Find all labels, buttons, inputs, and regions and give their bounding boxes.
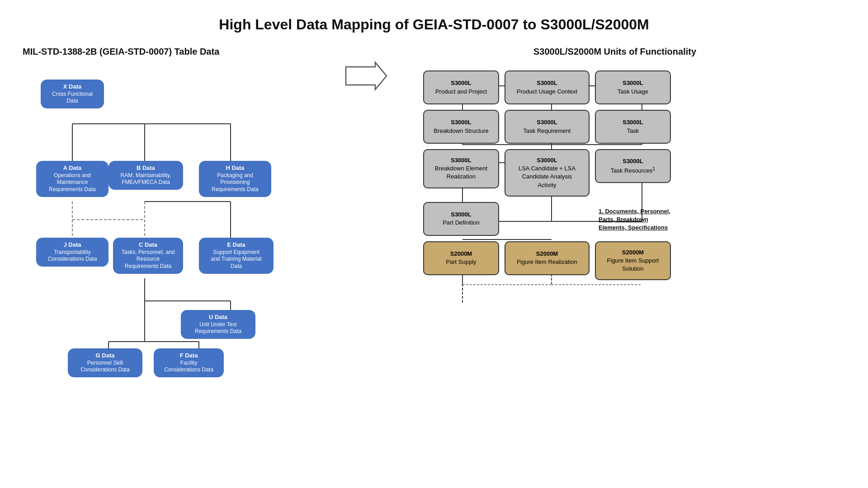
grid-cell-r2c1: S3000L Breakdown Structure [420, 107, 502, 146]
box-j: J Data Transportability Considerations D… [36, 238, 108, 267]
box-e: E Data Support Equipment and Training Ma… [199, 238, 274, 274]
box-s3000l-breakdown-structure: S3000L Breakdown Structure [423, 110, 499, 144]
box-s3000l-task-usage: S3000L Task Usage [595, 70, 671, 104]
right-section: S3000L/S2000M Units of Functionality [393, 47, 845, 396]
grid-cell-r4c2 [502, 199, 592, 239]
grid-cell-r5c1: S2000M Part Supply [420, 239, 502, 283]
grid-cell-r4c1: S3000L Part Definition [420, 199, 502, 239]
grid-cell-r3c3: S3000L Task Resources1 [592, 146, 674, 199]
grid-cell-r3c1: S3000L Breakdown ElementRealization [420, 146, 502, 199]
right-diagram: S3000L Product and Project S3000L Produc… [420, 68, 674, 283]
box-s2000m-figure-item-realization: S2000M Figure Item Realization [505, 241, 590, 275]
box-s2000m-figure-item-support: S2000M Figure Item SupportSolution [595, 241, 671, 281]
box-s3000l-product-project: S3000L Product and Project [423, 70, 499, 104]
box-s2000m-part-supply: S2000M Part Supply [423, 241, 499, 275]
grid-cell-r5c3: S2000M Figure Item SupportSolution [592, 239, 674, 283]
svg-marker-17 [346, 62, 387, 89]
grid-cell-r4c3: 1. Documents, Personnel, Parts, Breakdow… [592, 199, 674, 239]
grid-cell-r5c2: S2000M Figure Item Realization [502, 239, 592, 283]
grid-cell-r1c3: S3000L Task Usage [592, 68, 674, 107]
left-section: MIL-STD-1388-2B (GEIA-STD-0007) Table Da… [23, 47, 339, 396]
grid-cell-r2c3: S3000L Task [592, 107, 674, 146]
grid-cell-r3c2: S3000L LSA Candidate + LSACandidate Anal… [502, 146, 592, 199]
page-title: High Level Data Mapping of GEIA-STD-0007… [219, 16, 649, 33]
box-s3000l-lsa-candidate: S3000L LSA Candidate + LSACandidate Anal… [505, 149, 590, 197]
footnote: 1. Documents, Personnel, Parts, Breakdow… [595, 207, 671, 232]
arrow-container [339, 47, 393, 396]
box-s3000l-task: S3000L Task [595, 110, 671, 144]
box-a: A Data Operations and Maintenance Requir… [36, 161, 108, 197]
box-u: U Data Unit Under Test Requirements Data [181, 310, 255, 339]
left-diagram: X Data Cross Functional Data A Data Oper… [23, 70, 312, 396]
grid-cell-r1c1: S3000L Product and Project [420, 68, 502, 107]
box-b: B Data RAM, Maintainability, FMEA/FMECA … [108, 161, 183, 190]
box-h: H Data Packaging and Provisioning Requir… [199, 161, 271, 197]
mapping-arrow [344, 60, 389, 92]
grid-cell-r1c2: S3000L Product Usage Context [502, 68, 592, 107]
right-diagram-wrapper: S3000L Product and Project S3000L Produc… [420, 68, 674, 283]
box-f: F Data Facility Considerations Data [154, 348, 224, 377]
box-s3000l-breakdown-element: S3000L Breakdown ElementRealization [423, 149, 499, 188]
box-x: X Data Cross Functional Data [41, 80, 104, 108]
box-s3000l-product-usage: S3000L Product Usage Context [505, 70, 590, 104]
box-c: C Data Tasks, Personnel, and Resource Re… [113, 238, 183, 274]
box-s3000l-task-requirement: S3000L Task Requirement [505, 110, 590, 144]
right-section-title: S3000L/S2000M Units of Functionality [533, 47, 696, 57]
left-section-title: MIL-STD-1388-2B (GEIA-STD-0007) Table Da… [23, 47, 339, 57]
box-s3000l-part-definition: S3000L Part Definition [423, 202, 499, 236]
box-s3000l-task-resources: S3000L Task Resources1 [595, 149, 671, 183]
box-g: G Data Personnel Skill Considerations Da… [68, 348, 142, 377]
grid-cell-r2c2: S3000L Task Requirement [502, 107, 592, 146]
